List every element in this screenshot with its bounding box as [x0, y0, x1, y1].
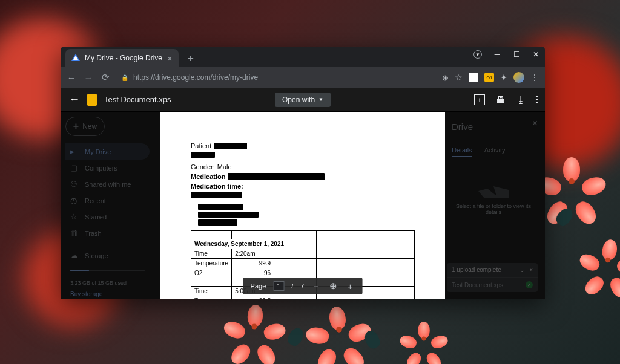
maximize-icon[interactable]: ☐ — [512, 50, 521, 59]
add-to-drive-icon[interactable]: + — [474, 94, 485, 105]
table-date-header: Wednesday, September 1, 2021 — [191, 239, 317, 249]
tab-details[interactable]: Details — [452, 146, 472, 157]
tab-activity[interactable]: Activity — [484, 146, 506, 157]
storage-bar — [70, 270, 145, 271]
zoom-in-icon[interactable]: + — [345, 281, 355, 291]
document-page[interactable]: Patient Gender: Male Medication Medicati… — [160, 112, 445, 299]
tab-title: My Drive - Google Drive — [85, 54, 162, 62]
upload-toast: 1 upload complete ⌄× Test Document.xps ✓ — [447, 263, 538, 292]
my-drive-icon: ▸ — [70, 147, 79, 156]
url-text: https://drive.google.com/drive/my-drive — [133, 73, 258, 82]
details-close-icon[interactable]: × — [532, 118, 538, 129]
sidebar-item-trash[interactable]: 🗑Trash — [65, 225, 150, 241]
gender-value: Male — [217, 163, 232, 171]
close-window-icon[interactable]: ✕ — [532, 50, 540, 59]
minimize-icon[interactable]: ─ — [493, 50, 501, 59]
file-type-icon — [87, 94, 97, 106]
page-controls: Page / 7 − ⊕ + — [243, 278, 363, 294]
window-controls: ▼ ─ ☐ ✕ — [473, 50, 540, 59]
url-field[interactable]: 🔒 https://drive.google.com/drive/my-driv… — [117, 73, 435, 82]
zoom-reset-icon[interactable]: ⊕ — [328, 281, 338, 291]
table-row: Time2:20am — [191, 249, 415, 259]
page-label: Page — [251, 282, 266, 290]
chevron-down-icon: ▼ — [318, 97, 323, 102]
viewer-filename: Test Document.xps — [104, 95, 171, 104]
table-row: Temperature99.9 — [191, 259, 415, 268]
sidebar-item-storage[interactable]: ☁Storage — [65, 247, 150, 264]
new-tab-button[interactable]: + — [183, 51, 198, 66]
content-area: + New ▸My Drive ▢Computers ⚇Shared with … — [61, 112, 545, 299]
browser-tab[interactable]: My Drive - Google Drive × — [65, 49, 179, 67]
plus-icon: + — [73, 121, 79, 132]
starred-icon: ☆ — [70, 212, 79, 221]
cloud-icon: ☁ — [70, 251, 79, 260]
back-icon[interactable]: ← — [67, 73, 76, 83]
sidebar-item-starred[interactable]: ☆Starred — [65, 209, 150, 225]
recent-icon: ◷ — [70, 196, 79, 205]
toast-close-icon[interactable]: × — [529, 267, 533, 273]
toast-chevron-icon[interactable]: ⌄ — [519, 267, 524, 273]
patient-label: Patient — [191, 142, 211, 149]
lock-icon: 🔒 — [121, 74, 128, 81]
zoom-out-icon[interactable]: − — [311, 281, 321, 291]
open-with-label: Open with — [282, 96, 315, 104]
upload-header: 1 upload complete — [452, 267, 501, 273]
medication-label: Medication — [191, 173, 225, 180]
tab-bar: My Drive - Google Drive × + ▼ ─ ☐ ✕ — [61, 47, 545, 67]
gender-label: Gender: — [191, 163, 215, 171]
open-with-button[interactable]: Open with ▼ — [275, 93, 331, 107]
buy-storage-link[interactable]: Buy storage — [65, 288, 150, 299]
shared-icon: ⚇ — [70, 180, 79, 189]
star-icon[interactable]: ☆ — [455, 73, 463, 82]
sidebar-item-my-drive[interactable]: ▸My Drive — [65, 143, 150, 160]
storage-text: 3.23 GB of 15 GB used — [65, 278, 150, 288]
details-placeholder-icon — [478, 174, 509, 198]
redacted-text — [214, 143, 247, 149]
account-icon[interactable]: ▼ — [473, 50, 482, 59]
viewer-back-icon[interactable]: ← — [69, 93, 80, 106]
page-sep: / — [291, 282, 293, 290]
sidebar-item-recent[interactable]: ◷Recent — [65, 192, 150, 209]
tab-close-icon[interactable]: × — [167, 53, 173, 63]
table-row: Temperature99.5 — [191, 296, 415, 300]
print-icon[interactable]: 🖶 — [495, 94, 506, 105]
redacted-text — [198, 212, 259, 218]
reload-icon[interactable]: ⟳ — [101, 72, 110, 83]
download-icon[interactable]: ⭳ — [515, 94, 526, 105]
redacted-text — [191, 152, 215, 158]
browser-window: My Drive - Google Drive × + ▼ ─ ☐ ✕ ← → … — [61, 47, 545, 299]
table-row: O296 — [191, 268, 415, 278]
search-icon[interactable]: ⊕ — [442, 73, 449, 82]
details-panel-title: Drive — [447, 117, 540, 137]
new-button[interactable]: + New — [65, 117, 105, 136]
redacted-text — [198, 219, 237, 226]
medication-time-label: Medication time: — [191, 183, 243, 190]
sidebar-item-shared[interactable]: ⚇Shared with me — [65, 176, 150, 192]
extension-icon-2[interactable]: Off — [484, 73, 494, 82]
redacted-text — [228, 173, 325, 180]
check-icon: ✓ — [526, 281, 533, 288]
extension-icon-1[interactable] — [469, 73, 478, 82]
redacted-text — [198, 204, 243, 210]
redacted-text — [191, 192, 242, 198]
more-actions-icon[interactable] — [536, 96, 538, 103]
trash-icon: 🗑 — [70, 229, 79, 238]
page-total: 7 — [300, 282, 304, 290]
viewer-toolbar: ← Test Document.xps Open with ▼ + 🖶 ⭳ — [61, 88, 545, 112]
forward-icon[interactable]: → — [84, 73, 93, 83]
address-bar: ← → ⟳ 🔒 https://drive.google.com/drive/m… — [61, 67, 545, 88]
upload-filename[interactable]: Test Document.xps — [452, 282, 503, 288]
profile-avatar[interactable] — [513, 72, 524, 83]
extensions-icon[interactable]: ✦ — [500, 73, 507, 82]
chrome-menu-icon[interactable]: ⋮ — [530, 73, 539, 82]
sidebar-item-computers[interactable]: ▢Computers — [65, 160, 150, 176]
page-input[interactable] — [273, 281, 284, 291]
new-label: New — [82, 122, 97, 131]
details-message: Select a file or folder to view its deta… — [447, 203, 540, 215]
computers-icon: ▢ — [70, 163, 79, 172]
drive-favicon — [71, 54, 80, 62]
